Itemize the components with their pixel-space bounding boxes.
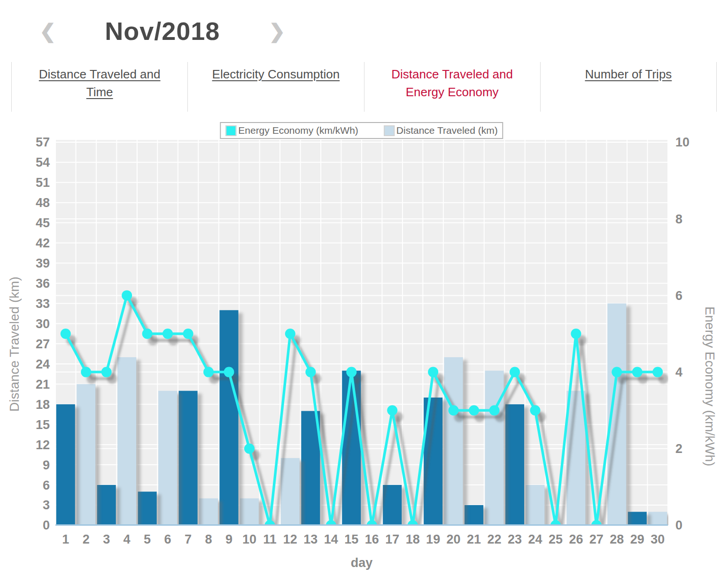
left-axis-tick: 6 [43,478,50,492]
x-axis-tick: 21 [467,532,481,546]
right-axis-tick: 0 [675,518,682,532]
left-axis-tick: 15 [36,418,50,432]
energy-economy-swatch [225,125,236,136]
tab-label: Distance Traveled and Time [39,67,161,99]
bar-day-7[interactable] [179,391,198,525]
point-day-1[interactable] [61,329,71,339]
left-axis-tick: 9 [43,458,50,472]
left-axis-tick: 45 [36,216,50,230]
point-day-21[interactable] [469,405,479,415]
bar-day-22[interactable] [485,371,504,525]
point-day-22[interactable] [489,405,500,415]
bar-day-21[interactable] [465,505,483,525]
point-day-2[interactable] [81,367,91,377]
left-axis-tick: 3 [43,498,50,512]
point-day-20[interactable] [449,405,459,415]
point-day-29[interactable] [632,367,643,377]
legend-item-distance-traveled: Distance Traveled (km) [384,125,498,136]
x-axis-tick: 13 [303,532,318,546]
point-day-9[interactable] [224,367,234,377]
bar-day-8[interactable] [199,499,218,525]
legend-label: Energy Economy (km/kWh) [238,125,358,136]
tab-distance-traveled-and-energy-economy[interactable]: Distance Traveled and Energy Economy [364,62,540,112]
x-axis-tick: 20 [447,532,461,546]
x-axis-tick: 4 [124,532,131,546]
bar-day-4[interactable] [117,357,136,525]
bar-day-6[interactable] [158,391,177,525]
point-day-30[interactable] [652,367,663,377]
point-day-4[interactable] [122,290,132,300]
point-day-17[interactable] [387,405,397,415]
bar-day-9[interactable] [219,310,238,525]
bar-day-2[interactable] [77,384,95,525]
right-axis-tick: 4 [675,365,682,379]
point-day-7[interactable] [183,329,194,339]
left-axis-tick: 54 [36,155,50,169]
point-day-23[interactable] [510,367,520,377]
x-axis-tick: 10 [242,532,256,546]
point-day-5[interactable] [142,329,153,339]
point-day-28[interactable] [612,367,622,377]
x-axis-tick: 30 [651,532,665,546]
point-day-8[interactable] [203,367,214,377]
x-axis-tick: 6 [164,532,171,546]
left-axis-tick: 42 [36,236,50,250]
legend-item-energy-economy: Energy Economy (km/kWh) [225,125,358,136]
point-day-12[interactable] [285,329,295,339]
tab-label: Number of Trips [585,67,672,81]
month-header: ❮ Nov/2018 ❯ [0,0,728,62]
x-axis-tick: 7 [185,532,192,546]
left-axis-tick: 39 [36,256,50,270]
next-month-button[interactable]: ❯ [269,20,285,43]
x-axis-tick: 25 [549,532,563,546]
x-axis-tick: 12 [283,532,297,546]
left-axis-tick: 57 [36,135,50,149]
point-day-19[interactable] [428,367,438,377]
left-axis-tick: 18 [36,398,50,412]
left-axis-tick: 0 [43,518,50,532]
point-day-26[interactable] [571,329,581,339]
bar-day-3[interactable] [97,485,116,525]
x-axis-tick: 28 [610,532,624,546]
bar-day-10[interactable] [240,499,259,525]
left-axis-tick: 24 [36,357,50,371]
bar-day-23[interactable] [505,404,524,525]
point-day-3[interactable] [101,367,112,377]
x-axis-tick: 16 [365,532,379,546]
tab-number-of-trips[interactable]: Number of Trips [540,62,717,112]
x-axis-tick: 23 [508,532,522,546]
left-axis-tick: 51 [36,176,50,190]
point-day-10[interactable] [244,444,255,454]
right-axis-tick: 2 [675,442,682,456]
chart-legend: Energy Economy (km/kWh) Distance Travele… [220,122,503,139]
tab-distance-traveled-and-time[interactable]: Distance Traveled and Time [11,62,187,112]
bar-day-1[interactable] [56,404,75,525]
bar-day-24[interactable] [526,485,544,525]
prev-month-button[interactable]: ❮ [39,20,56,43]
bar-day-5[interactable] [138,491,157,525]
tab-electricity-consumption[interactable]: Electricity Consumption [187,62,364,112]
x-axis-tick: 8 [205,532,212,546]
bar-day-29[interactable] [628,512,647,525]
tab-label: Electricity Consumption [212,67,340,81]
x-axis-tick: 3 [103,532,110,546]
left-axis-tick: 30 [36,317,50,331]
chart-area: Energy Economy (km/kWh) Distance Travele… [0,112,728,583]
left-axis-title: Distance Traveled (km) [7,276,22,412]
point-day-24[interactable] [530,405,540,415]
left-axis-tick: 12 [36,438,50,452]
x-axis-tick: 5 [144,532,151,546]
point-day-13[interactable] [305,367,316,377]
right-axis-title: Energy Economy (km/kWh) [703,307,717,467]
x-axis-tick: 2 [83,532,90,546]
left-axis-tick: 27 [36,337,50,351]
x-axis-tick: 11 [263,532,277,546]
point-day-15[interactable] [346,367,356,377]
point-day-6[interactable] [163,329,173,339]
bar-day-20[interactable] [444,357,463,525]
x-axis-tick: 14 [324,532,338,546]
bar-day-30[interactable] [648,512,667,525]
page-title: Nov/2018 [105,16,220,46]
left-axis-tick: 36 [36,276,50,291]
right-axis-tick: 10 [675,135,689,149]
